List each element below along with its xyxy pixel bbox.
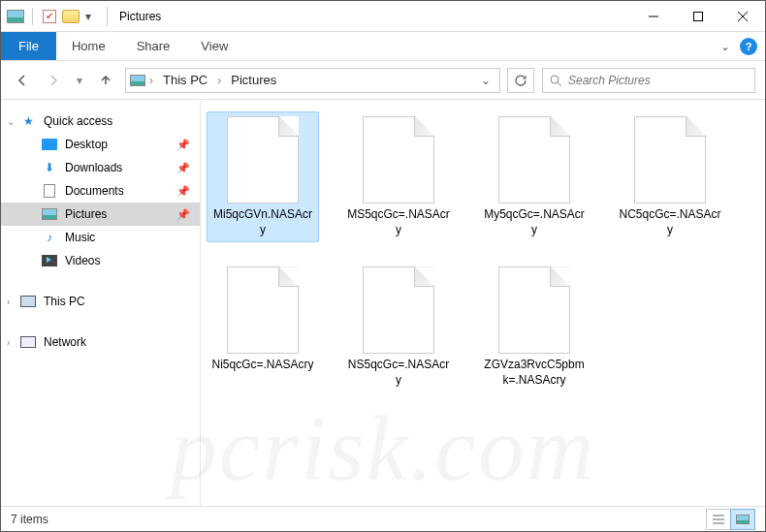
tab-view[interactable]: View: [185, 32, 243, 60]
svg-point-4: [551, 76, 559, 83]
pin-icon: 📌: [176, 185, 190, 198]
file-grid: Mi5qcGVn.NASAcryMS5qcGc=.NASAcryMy5qcGc=…: [207, 111, 755, 392]
star-icon: ★: [20, 113, 36, 129]
file-name-label: Mi5qcGVn.NASAcry: [211, 207, 314, 237]
nav-label: Network: [44, 335, 86, 349]
file-icon: [634, 116, 706, 203]
pictures-icon: [42, 206, 57, 222]
pc-icon: [20, 294, 36, 309]
nav-back-button[interactable]: [11, 69, 34, 92]
view-details-button[interactable]: [706, 509, 731, 530]
file-icon: [227, 266, 299, 354]
tab-share[interactable]: Share: [121, 32, 186, 60]
file-item[interactable]: MS5qcGc=.NASAcry: [342, 111, 455, 242]
file-tab[interactable]: File: [1, 32, 56, 60]
network-icon: [20, 334, 36, 350]
explorer-body: ⌄ ★ Quick access Desktop📌⬇Downloads📌Docu…: [1, 100, 765, 506]
file-icon: [363, 116, 434, 203]
sidebar-item-music[interactable]: ♪Music: [1, 226, 200, 249]
sidebar-item-label: Desktop: [65, 138, 108, 151]
sidebar-item-label: Videos: [65, 254, 100, 267]
file-item[interactable]: NS5qcGc=.NASAcry: [342, 262, 455, 392]
sidebar-item-pictures[interactable]: Pictures📌: [1, 203, 200, 226]
qat-properties-icon[interactable]: ✔: [41, 8, 58, 25]
file-item[interactable]: Ni5qcGc=.NASAcry: [207, 262, 319, 392]
file-icon: [498, 116, 570, 203]
window-controls: [631, 2, 765, 31]
chevron-right-icon[interactable]: ›: [7, 297, 10, 307]
ribbon-tabs: File Home Share View ⌄ ?: [1, 32, 765, 61]
address-dropdown-icon[interactable]: ⌄: [476, 74, 495, 87]
address-bar[interactable]: › This PC › Pictures ⌄: [125, 68, 500, 93]
pin-icon: 📌: [176, 208, 190, 221]
nav-forward-button[interactable]: [42, 69, 65, 92]
address-icon: [130, 73, 145, 88]
chevron-right-icon[interactable]: ›: [215, 74, 223, 87]
file-name-label: NC5qcGc=.NASAcry: [619, 207, 721, 237]
tab-home[interactable]: Home: [56, 32, 121, 60]
help-icon[interactable]: ?: [740, 38, 757, 55]
content-area[interactable]: Mi5qcGVn.NASAcryMS5qcGc=.NASAcryMy5qcGc=…: [201, 100, 765, 506]
sidebar-item-documents[interactable]: Documents📌: [1, 179, 200, 203]
sidebar-item-downloads[interactable]: ⬇Downloads📌: [1, 156, 200, 179]
app-icon: [7, 8, 24, 25]
pin-icon: 📌: [176, 139, 190, 151]
chevron-right-icon[interactable]: ›: [147, 74, 155, 87]
status-item-count: 7 items: [11, 513, 48, 526]
nav-recent-dropdown[interactable]: ▾: [73, 69, 86, 92]
qat-newfolder-icon[interactable]: [62, 8, 80, 25]
svg-line-5: [558, 82, 561, 86]
file-name-label: MS5qcGc=.NASAcry: [347, 207, 450, 237]
downloads-icon: ⬇: [42, 160, 57, 175]
nav-quick-access[interactable]: ⌄ ★ Quick access: [1, 110, 200, 133]
sidebar-item-label: Documents: [65, 184, 124, 198]
search-input[interactable]: [568, 74, 749, 87]
minimize-button[interactable]: [631, 2, 676, 31]
qat-separator: [32, 8, 33, 25]
breadcrumb-seg-0[interactable]: This PC: [157, 73, 213, 87]
title-separator: [107, 7, 108, 26]
file-name-label: My5qcGc=.NASAcry: [483, 207, 586, 237]
window-title: Pictures: [119, 10, 161, 23]
pin-icon: 📌: [176, 162, 190, 174]
chevron-down-icon[interactable]: ⌄: [7, 116, 15, 127]
nav-up-button[interactable]: [94, 69, 117, 92]
qat-customize-icon[interactable]: ▾: [85, 10, 95, 23]
sidebar-item-label: Pictures: [65, 207, 107, 221]
search-box[interactable]: [542, 68, 755, 93]
address-row: ▾ › This PC › Pictures ⌄: [1, 61, 765, 100]
close-button[interactable]: [720, 2, 765, 31]
nav-network[interactable]: › Network: [1, 330, 200, 354]
file-icon: [363, 266, 434, 354]
status-bar: 7 items: [1, 506, 765, 531]
documents-icon: [42, 183, 57, 199]
quick-access-toolbar: ✔ ▾ Pictures: [1, 7, 161, 26]
maximize-button[interactable]: [676, 2, 720, 31]
file-item[interactable]: My5qcGc=.NASAcry: [478, 111, 590, 242]
chevron-right-icon[interactable]: ›: [7, 337, 10, 348]
file-name-label: Ni5qcGc=.NASAcry: [211, 358, 313, 373]
file-item[interactable]: NC5qcGc=.NASAcry: [614, 111, 726, 242]
svg-rect-1: [694, 12, 703, 20]
collapse-ribbon-icon[interactable]: ⌄: [720, 40, 730, 53]
navigation-pane[interactable]: ⌄ ★ Quick access Desktop📌⬇Downloads📌Docu…: [1, 100, 201, 506]
nav-label: Quick access: [44, 114, 112, 128]
breadcrumb-seg-1[interactable]: Pictures: [225, 73, 282, 87]
view-icons-button[interactable]: [730, 509, 755, 530]
sidebar-item-desktop[interactable]: Desktop📌: [1, 133, 200, 156]
file-name-label: NS5qcGc=.NASAcry: [347, 358, 450, 388]
file-icon: [498, 266, 570, 354]
file-item[interactable]: Mi5qcGVn.NASAcry: [207, 111, 319, 242]
sidebar-item-label: Downloads: [65, 161, 122, 174]
explorer-window: ✔ ▾ Pictures File Home Share View ⌄ ? ▾: [0, 0, 766, 532]
sidebar-item-videos[interactable]: Videos: [1, 249, 200, 272]
nav-this-pc[interactable]: › This PC: [1, 290, 200, 313]
nav-label: This PC: [44, 295, 85, 308]
search-icon: [549, 74, 562, 87]
file-name-label: ZGVza3RvcC5pbmk=.NASAcry: [483, 358, 586, 388]
file-item[interactable]: ZGVza3RvcC5pbmk=.NASAcry: [478, 262, 590, 392]
titlebar: ✔ ▾ Pictures: [1, 1, 765, 32]
videos-icon: [42, 253, 57, 268]
music-icon: ♪: [42, 230, 57, 245]
refresh-button[interactable]: [507, 68, 534, 93]
